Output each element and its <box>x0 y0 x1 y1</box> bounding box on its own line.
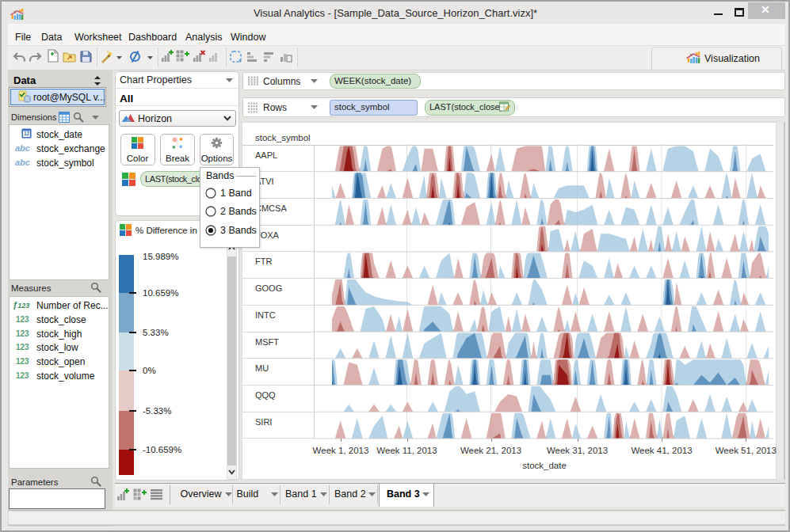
svg-text:12: 12 <box>24 131 30 136</box>
